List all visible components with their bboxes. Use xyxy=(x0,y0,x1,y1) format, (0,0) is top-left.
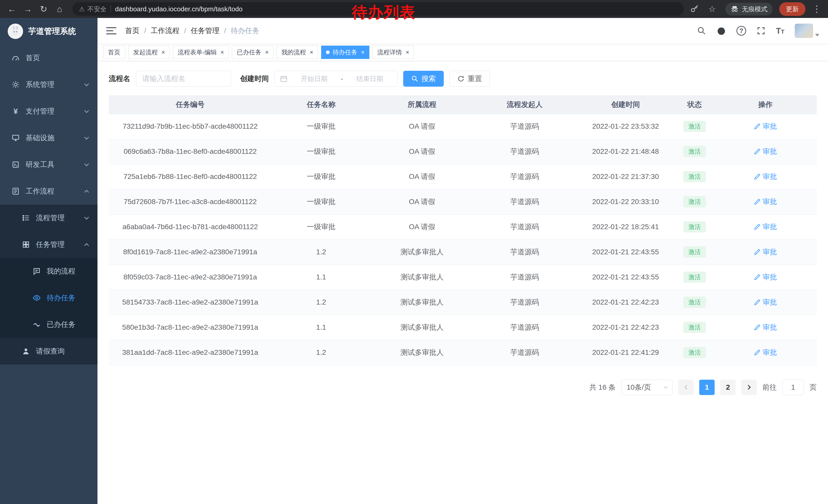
cell-starter: 芋道源码 xyxy=(473,164,576,189)
tab-home[interactable]: 首页 xyxy=(103,46,125,59)
create-time-label: 创建时间 xyxy=(240,74,269,84)
approve-link[interactable]: 审批 xyxy=(754,272,777,282)
close-icon[interactable] xyxy=(361,49,365,55)
next-page-button[interactable] xyxy=(741,380,757,395)
sidebar-item-workflow[interactable]: 工作流程 xyxy=(0,178,97,204)
sidebar-item-label: 请假查询 xyxy=(36,346,65,356)
home-icon[interactable]: ⌂ xyxy=(53,2,66,16)
cell-time: 2022-01-21 22:43:55 xyxy=(576,239,675,265)
warning-icon: ⚠ xyxy=(79,5,85,13)
page-size-select[interactable]: 10条/页 xyxy=(621,380,672,395)
breadcrumb-item[interactable]: 任务管理 xyxy=(191,26,219,36)
browser-update-button[interactable]: 更新 xyxy=(779,2,805,16)
sidebar-item-label: 任务管理 xyxy=(36,240,65,249)
sidebar-item-process-mgmt[interactable]: 流程管理 xyxy=(0,204,97,231)
sidebar-item-payment[interactable]: ¥ 支付管理 xyxy=(0,98,97,125)
status-badge: 激活 xyxy=(684,347,706,358)
bookmark-star-icon[interactable]: ☆ xyxy=(705,2,719,16)
tab-form-edit[interactable]: 流程表单-编辑 xyxy=(173,46,229,59)
chevron-up-icon xyxy=(84,243,89,248)
tab-label: 我的流程 xyxy=(281,48,306,56)
sidebar-item-system[interactable]: 系统管理 xyxy=(0,71,97,98)
approve-link[interactable]: 审批 xyxy=(754,172,777,182)
cell-status: 激活 xyxy=(675,214,714,239)
approve-link[interactable]: 审批 xyxy=(754,348,777,357)
browser-menu-icon[interactable]: ⋮ xyxy=(812,4,821,14)
github-icon[interactable] xyxy=(716,26,726,36)
approve-link[interactable]: 审批 xyxy=(754,222,777,232)
table-row: 58154733-7ac8-11ec-a9e2-a2380e71991a 1.2… xyxy=(109,290,817,315)
cell-time: 2022-01-21 22:41:29 xyxy=(576,340,675,365)
chevron-down-icon xyxy=(84,215,89,220)
page-button-1[interactable]: 1 xyxy=(699,380,715,395)
status-badge: 激活 xyxy=(684,146,706,157)
search-icon[interactable] xyxy=(697,26,706,35)
tab-todo-tasks[interactable]: 待办任务 xyxy=(321,46,369,59)
table-row: 8f059c03-7ac8-11ec-a9e2-a2380e71991a 1.1… xyxy=(109,265,817,290)
search-button[interactable]: 搜索 xyxy=(403,71,444,87)
sidebar-item-task-mgmt[interactable]: 任务管理 xyxy=(0,231,97,258)
prev-page-button[interactable] xyxy=(678,380,694,395)
tab-process-detail[interactable]: 流程详情 xyxy=(372,46,414,59)
close-icon[interactable] xyxy=(265,49,268,55)
sidebar-toggle-icon[interactable] xyxy=(106,27,117,34)
edit-icon xyxy=(754,148,760,155)
breadcrumb-item[interactable]: 首页 xyxy=(125,26,139,36)
sidebar-item-done-tasks[interactable]: 已办任务 xyxy=(0,311,97,338)
eye-icon xyxy=(32,293,41,302)
cell-task-id: 580e1b3d-7ac8-11ec-a9e2-a2380e71991a xyxy=(109,315,272,340)
goto-page-input[interactable] xyxy=(782,380,804,395)
approve-link[interactable]: 审批 xyxy=(754,122,777,131)
forward-icon[interactable]: → xyxy=(21,2,34,16)
cell-task-id: 8f0d1619-7ac8-11ec-a9e2-a2380e71991a xyxy=(109,239,272,265)
start-date-placeholder[interactable]: 开始日期 xyxy=(292,74,337,83)
tab-start-process[interactable]: 发起流程 xyxy=(128,46,170,59)
sidebar-item-todo-tasks[interactable]: 待办任务 xyxy=(0,284,97,311)
close-icon[interactable] xyxy=(220,49,224,55)
url-text[interactable]: dashboard.yudao.iocoder.cn/bpm/task/todo xyxy=(115,5,242,13)
approve-link[interactable]: 审批 xyxy=(754,197,777,207)
approve-link[interactable]: 审批 xyxy=(754,247,777,257)
chevron-down-icon xyxy=(84,82,89,86)
tab-done-tasks[interactable]: 已办任务 xyxy=(232,46,274,59)
column-header: 流程发起人 xyxy=(473,95,576,114)
range-separator: - xyxy=(341,75,343,83)
edit-icon xyxy=(754,123,760,130)
fullscreen-icon[interactable] xyxy=(756,26,766,35)
date-range-picker[interactable]: 开始日期 - 结束日期 xyxy=(275,71,398,87)
app-logo[interactable]: 芋道管理系统 xyxy=(0,18,97,45)
approve-link[interactable]: 审批 xyxy=(754,322,777,332)
cell-task-name: 1.2 xyxy=(272,239,371,265)
approve-link[interactable]: 审批 xyxy=(754,297,777,307)
sidebar-item-devtools[interactable]: 研发工具 xyxy=(0,151,97,178)
chevron-down-icon xyxy=(664,384,668,388)
close-icon[interactable] xyxy=(309,49,313,55)
process-name-input[interactable] xyxy=(136,71,231,87)
status-badge: 激活 xyxy=(684,121,706,132)
cell-task-name: 1.2 xyxy=(272,290,371,315)
close-icon[interactable] xyxy=(406,49,409,55)
user-avatar[interactable] xyxy=(795,24,819,38)
back-icon[interactable]: ← xyxy=(5,2,18,16)
sidebar-item-infra[interactable]: 基础设施 xyxy=(0,125,97,151)
cell-starter: 芋道源码 xyxy=(473,114,576,139)
reload-icon[interactable]: ↻ xyxy=(37,2,50,16)
sidebar-item-home[interactable]: 首页 xyxy=(0,45,97,71)
password-key-icon[interactable] xyxy=(690,5,699,13)
security-warning[interactable]: ⚠ 不安全 xyxy=(79,5,107,13)
sidebar-item-leave-query[interactable]: 请假查询 xyxy=(0,338,97,365)
breadcrumb-item[interactable]: 工作流程 xyxy=(151,26,179,36)
font-size-icon[interactable]: TT xyxy=(776,26,784,36)
page-unit-label: 页 xyxy=(810,382,817,392)
column-header: 所属流程 xyxy=(371,95,473,114)
table-row: 8f0d1619-7ac8-11ec-a9e2-a2380e71991a 1.2… xyxy=(109,239,817,265)
page-button-2[interactable]: 2 xyxy=(720,380,736,395)
end-date-placeholder[interactable]: 结束日期 xyxy=(347,74,392,83)
help-icon[interactable]: ? xyxy=(736,26,746,36)
reset-button[interactable]: 重置 xyxy=(449,71,490,87)
tab-my-process[interactable]: 我的流程 xyxy=(277,46,318,59)
close-icon[interactable] xyxy=(161,49,165,55)
sidebar-item-my-process[interactable]: 我的流程 xyxy=(0,258,97,284)
navbar-actions: ? TT xyxy=(697,24,819,38)
approve-link[interactable]: 审批 xyxy=(754,147,777,156)
